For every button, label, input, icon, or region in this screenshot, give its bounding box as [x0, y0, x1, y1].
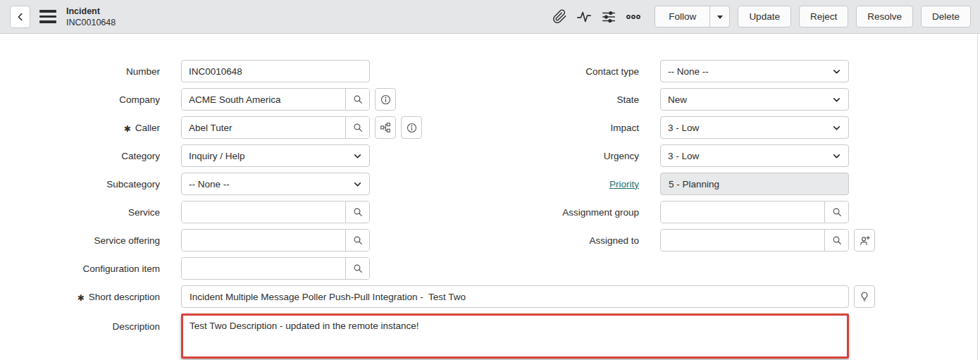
sliders-icon: [601, 9, 616, 25]
company-label: Company: [0, 94, 160, 105]
pulse-icon: [576, 9, 592, 25]
company-preview-button[interactable]: [375, 88, 396, 111]
follow-button[interactable]: Follow: [655, 6, 709, 27]
search-icon: [352, 206, 364, 218]
search-icon: [352, 263, 364, 274]
short-description-input[interactable]: [181, 285, 849, 308]
follow-dropdown-button[interactable]: [709, 6, 729, 27]
field-row-impact: Impact 3 - Low: [490, 113, 980, 142]
caller-preview-button[interactable]: [401, 116, 422, 139]
description-textarea[interactable]: Test Two Description - updated in the re…: [181, 314, 849, 359]
state-select[interactable]: New: [660, 88, 849, 111]
state-label: State: [490, 94, 639, 105]
configuration-item-input[interactable]: [182, 258, 345, 279]
short-description-label: ✱Short description: [0, 292, 160, 302]
caret-down-icon: [717, 13, 724, 20]
caller-label: ✱Caller: [0, 123, 160, 133]
field-row-number: Number: [0, 57, 490, 85]
subcategory-select[interactable]: -- None --: [181, 173, 370, 195]
info-icon: [406, 122, 418, 134]
record-number: INC0010648: [66, 17, 116, 28]
number-input[interactable]: [181, 60, 370, 82]
field-row-priority: Priority 5 - Planning: [490, 170, 980, 198]
field-row-subcategory: Subcategory -- None --: [0, 170, 490, 198]
impact-select[interactable]: 3 - Low: [660, 116, 849, 139]
urgency-select[interactable]: 3 - Low: [660, 144, 849, 167]
service-input[interactable]: [182, 201, 345, 223]
more-options-button[interactable]: [623, 6, 644, 28]
chevron-down-icon: [353, 151, 362, 161]
priority-readonly-field: 5 - Planning: [660, 173, 849, 195]
contact-type-label: Contact type: [490, 66, 639, 77]
impact-label: Impact: [490, 123, 639, 133]
attachment-button[interactable]: [549, 6, 570, 28]
chevron-down-icon: [832, 123, 841, 132]
field-row-short-description: ✱Short description: [0, 283, 980, 311]
info-icon: [380, 94, 392, 106]
reject-button[interactable]: Reject: [799, 6, 848, 27]
field-row-contact-type: Contact type -- None --: [490, 57, 980, 85]
search-icon: [352, 122, 364, 133]
field-row-assignment-group: Assignment group: [490, 198, 980, 226]
record-title: Incident INC0010648: [66, 6, 116, 28]
assigned-to-lookup-button[interactable]: [824, 230, 848, 251]
personalize-form-button[interactable]: [598, 6, 619, 28]
field-row-service-offering: Service offering: [0, 226, 490, 254]
required-icon: ✱: [77, 293, 85, 303]
lightbulb-icon: [859, 291, 870, 302]
configuration-item-label: Configuration item: [0, 263, 160, 274]
company-input[interactable]: [182, 89, 345, 110]
field-row-category: Category Inquiry / Help: [0, 142, 490, 170]
hamburger-icon[interactable]: [39, 10, 56, 23]
subcategory-label: Subcategory: [0, 179, 160, 190]
incident-form: Number Company: [0, 34, 980, 359]
caller-lookup-button[interactable]: [345, 117, 369, 138]
category-select[interactable]: Inquiry / Help: [181, 144, 370, 167]
field-row-caller: ✱Caller: [0, 113, 490, 142]
resolve-button[interactable]: Resolve: [856, 6, 913, 27]
description-label: Description: [0, 314, 160, 332]
caller-input[interactable]: [182, 117, 345, 138]
assignment-group-label: Assignment group: [490, 207, 639, 218]
assignment-group-input[interactable]: [661, 201, 824, 223]
paperclip-icon: [552, 9, 567, 24]
delete-button[interactable]: Delete: [921, 6, 971, 27]
chevron-down-icon: [832, 67, 841, 76]
assign-to-me-button[interactable]: [854, 229, 875, 252]
priority-label-link[interactable]: Priority: [490, 179, 639, 190]
chevron-down-icon: [832, 95, 841, 104]
hierarchy-icon: [380, 122, 391, 133]
service-offering-lookup-button[interactable]: [345, 230, 369, 251]
urgency-label: Urgency: [490, 151, 639, 161]
follow-split-button: Follow: [655, 6, 730, 27]
three-dots-icon: [625, 8, 642, 25]
chevron-left-icon: [15, 12, 25, 22]
assigned-to-label: Assigned to: [490, 235, 639, 246]
record-type: Incident: [66, 6, 116, 17]
update-button[interactable]: Update: [738, 6, 791, 27]
contact-type-select[interactable]: -- None --: [660, 60, 849, 82]
service-offering-input[interactable]: [182, 230, 345, 251]
assignment-group-lookup-button[interactable]: [824, 201, 848, 223]
company-lookup-button[interactable]: [345, 89, 369, 110]
back-button[interactable]: [10, 6, 30, 28]
number-label: Number: [0, 66, 160, 77]
suggestion-button[interactable]: [854, 285, 875, 308]
search-icon: [831, 206, 843, 218]
field-row-company: Company: [0, 85, 490, 113]
service-offering-label: Service offering: [0, 235, 160, 246]
field-row-configuration-item: Configuration item: [0, 254, 490, 283]
activity-stream-button[interactable]: [573, 6, 595, 28]
service-lookup-button[interactable]: [345, 201, 369, 223]
category-label: Category: [0, 151, 160, 161]
caller-dependency-map-button[interactable]: [375, 116, 396, 139]
field-row-description: Description Test Two Description - updat…: [0, 314, 980, 359]
configuration-item-lookup-button[interactable]: [345, 258, 369, 279]
assigned-to-input[interactable]: [661, 230, 824, 251]
search-icon: [352, 94, 364, 105]
form-header: Incident INC0010648 Follow: [0, 0, 980, 34]
field-row-assigned-to: Assigned to: [490, 226, 980, 254]
field-row-urgency: Urgency 3 - Low: [490, 142, 980, 170]
person-add-icon: [859, 235, 871, 247]
required-icon: ✱: [124, 124, 131, 134]
